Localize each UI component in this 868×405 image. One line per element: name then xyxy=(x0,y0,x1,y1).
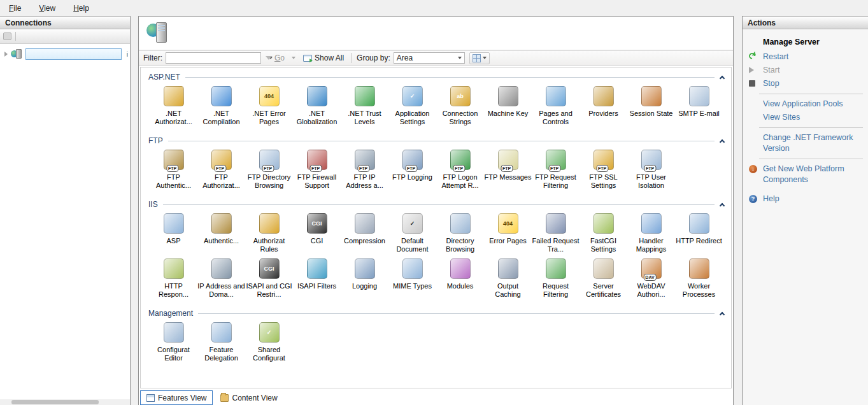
filter-toolbar: Filter: Go Show All Group by: Area xyxy=(139,50,733,66)
tab-features-view[interactable]: Features View xyxy=(140,390,213,405)
go-dropdown-arrow[interactable] xyxy=(289,51,298,65)
section-header-iis: IIS xyxy=(148,200,727,209)
feature-ftp-logon-attempt-r[interactable]: FTPFTP Logon Attempt R... xyxy=(436,150,484,190)
feature-directory-browsing[interactable]: Directory Browsing xyxy=(436,213,484,253)
feature-http-respon[interactable]: HTTP Respon... xyxy=(150,259,197,299)
feature-worker-processes[interactable]: Worker Processes xyxy=(675,259,723,299)
feature-ftp-directory-browsing[interactable]: FTPFTP Directory Browsing xyxy=(245,150,293,190)
action-start[interactable]: Start xyxy=(746,64,863,77)
feature-cgi[interactable]: CGICGI xyxy=(293,213,341,253)
show-all-button[interactable]: Show All xyxy=(301,53,346,62)
feature-smtp-e-mail[interactable]: SMTP E-mail xyxy=(675,86,723,126)
feature-net-compilation[interactable]: .NET Compilation xyxy=(197,86,245,126)
feature-session-state[interactable]: Session State xyxy=(627,86,675,126)
scrollbar-thumb[interactable] xyxy=(11,400,99,404)
collapse-section-button[interactable] xyxy=(717,200,727,209)
feature-handler-mappings[interactable]: Handler Mappings xyxy=(627,213,675,253)
feature-pages-and-controls[interactable]: Pages and Controls xyxy=(532,86,580,126)
action-restart[interactable]: Restart xyxy=(746,50,863,64)
menu-help[interactable]: Help xyxy=(73,4,89,13)
feature-modules[interactable]: Modules xyxy=(436,259,484,299)
feature-output-caching[interactable]: Output Caching xyxy=(484,259,532,299)
action-help[interactable]: ?Help xyxy=(746,192,863,206)
feature-application-settings[interactable]: ✓Application Settings xyxy=(388,86,436,126)
show-all-label: Show All xyxy=(315,53,344,62)
feature-logging[interactable]: Logging xyxy=(341,259,388,299)
create-connection-icon[interactable] xyxy=(3,32,11,40)
feature-providers[interactable]: Providers xyxy=(580,86,627,126)
ftp-logging-icon: FTP xyxy=(402,150,423,170)
feature-compression[interactable]: Compression xyxy=(341,213,388,253)
action-get-new-web-platform-components[interactable]: ↓Get New Web Platform Components xyxy=(746,162,863,187)
tab-content-view[interactable]: Content View xyxy=(215,390,283,405)
chevron-up-icon xyxy=(720,139,725,144)
feature-webdav-authori[interactable]: DAVWebDAV Authori... xyxy=(627,259,675,299)
feature-ftp-messages[interactable]: FTPFTP Messages xyxy=(484,150,532,190)
feature-ftp-ssl-settings[interactable]: FTPFTP SSL Settings xyxy=(580,150,627,190)
group-by-dropdown-arrow[interactable] xyxy=(455,53,464,63)
menu-file[interactable]: File xyxy=(9,4,21,13)
feature-authentic[interactable]: Authentic... xyxy=(197,213,245,253)
net-authorization-rules-icon xyxy=(164,86,184,106)
go-button[interactable]: Go xyxy=(264,53,286,62)
filter-input[interactable] xyxy=(166,52,261,64)
feature-connection-strings[interactable]: abConnection Strings xyxy=(436,86,484,126)
filter-text-input[interactable] xyxy=(166,53,269,62)
feature-ftp-logging[interactable]: FTPFTP Logging xyxy=(388,150,436,190)
feature-net-trust-levels[interactable]: .NET Trust Levels xyxy=(341,86,388,126)
section-title: ASP.NET xyxy=(148,73,180,82)
connections-panel: Connections i xyxy=(0,16,131,405)
feature-asp[interactable]: ASP xyxy=(150,213,197,253)
ftp-badge: FTP xyxy=(501,165,513,172)
action-stop[interactable]: Stop xyxy=(746,77,863,90)
feature-ftp-request-filtering[interactable]: FTPFTP Request Filtering xyxy=(532,150,580,190)
feature-net-error-pages[interactable]: 404.NET Error Pages xyxy=(245,86,293,126)
feature-isapi-filters[interactable]: ISAPI Filters xyxy=(293,259,341,299)
action-change-net-framework-version[interactable]: Change .NET Framework Version xyxy=(746,131,863,155)
group-by-select[interactable]: Area xyxy=(394,52,465,64)
feature-authorizat-rules[interactable]: Authorizat Rules xyxy=(245,213,293,253)
feature-failed-request-tra[interactable]: Failed Request Tra... xyxy=(532,213,580,253)
feature-ftp-ip-address-a[interactable]: FTPFTP IP Address a... xyxy=(341,150,388,190)
http-response-headers-icon xyxy=(164,259,184,279)
feature-isapi-and-cgi-restri[interactable]: CGIISAPI and CGI Restri... xyxy=(245,259,293,299)
feature-request-filtering[interactable]: Request Filtering xyxy=(532,259,580,299)
feature-server-certificates[interactable]: Server Certificates xyxy=(580,259,627,299)
view-mode-button[interactable] xyxy=(469,52,490,64)
feature-label: .NET Globalization xyxy=(293,110,341,126)
feature-default-document[interactable]: ✓Default Document xyxy=(388,213,436,253)
connections-horizontal-scrollbar[interactable] xyxy=(0,399,130,405)
feature-shared-configurat[interactable]: ✓Shared Configurat xyxy=(245,322,293,362)
feature-error-pages[interactable]: 404Error Pages xyxy=(484,213,532,253)
feature-ip-address-and-doma[interactable]: IP Address and Doma... xyxy=(197,259,245,299)
feature-configurat-editor[interactable]: Configurat Editor xyxy=(150,322,197,362)
menu-view[interactable]: View xyxy=(39,4,55,13)
action-view-sites[interactable]: View Sites xyxy=(746,111,863,124)
expand-chevron-icon[interactable] xyxy=(4,52,8,57)
feature-ftp-authentic[interactable]: FTPFTP Authentic... xyxy=(150,150,197,190)
feature-net-authorizat[interactable]: .NET Authorizat... xyxy=(150,86,197,126)
collapse-section-button[interactable] xyxy=(717,136,727,145)
feature-feature-delegation[interactable]: Feature Delegation xyxy=(197,322,245,362)
application-settings-icon: ✓ xyxy=(402,86,423,106)
chevron-up-icon xyxy=(720,202,725,208)
feature-ftp-authorizat[interactable]: FTPFTP Authorizat... xyxy=(197,150,245,190)
feature-mime-types[interactable]: MIME Types xyxy=(388,259,436,299)
connections-header: Connections xyxy=(0,16,130,29)
feature-label: Request Filtering xyxy=(532,282,580,299)
feature-net-globalization[interactable]: .NET Globalization xyxy=(293,86,341,126)
feature-machine-key[interactable]: Machine Key xyxy=(484,86,532,126)
feature-http-redirect[interactable]: HTTP Redirect xyxy=(675,213,723,253)
default-document-icon: ✓ xyxy=(402,213,423,234)
feature-fastcgi-settings[interactable]: FastCGI Settings xyxy=(580,213,627,253)
collapse-section-button[interactable] xyxy=(717,309,727,318)
feature-ftp-firewall-support[interactable]: FTPFTP Firewall Support xyxy=(293,150,341,190)
tabs-bar: Features ViewContent View xyxy=(139,388,733,405)
action-view-application-pools[interactable]: View Application Pools xyxy=(746,97,863,111)
collapse-section-button[interactable] xyxy=(717,73,727,82)
connection-strings-icon: ab xyxy=(450,86,471,106)
server-node-selection[interactable] xyxy=(25,48,122,60)
server-tree-item[interactable]: i xyxy=(0,48,130,60)
view-mode-dropdown-arrow[interactable] xyxy=(483,57,487,59)
feature-ftp-user-isolation[interactable]: FTPFTP User Isolation xyxy=(627,150,675,190)
